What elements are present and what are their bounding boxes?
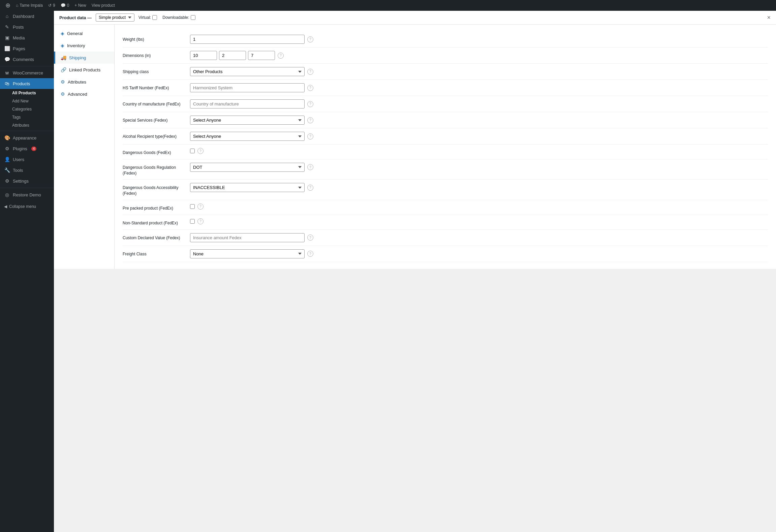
sidebar-sub-tags[interactable]: Tags	[0, 113, 54, 121]
sidebar-item-restore-demo[interactable]: ◎ Restore Demo	[0, 189, 54, 200]
shipping-class-row: Shipping class Other Products ?	[123, 64, 768, 80]
view-product-item[interactable]: View product	[89, 0, 118, 11]
sidebar-item-comments[interactable]: 💬 Comments	[0, 54, 54, 65]
shipping-class-label: Shipping class	[123, 67, 190, 75]
collapse-menu-button[interactable]: ◀ Collapse menu	[0, 200, 54, 213]
dangerous-goods-checkbox[interactable]	[190, 149, 195, 153]
inventory-tab-icon: ◈	[61, 43, 64, 48]
dangerous-reg-row: Dangerous Goods Regulation (Fedex) DOT ?	[123, 159, 768, 180]
non-standard-label: Non-Standard product (FedEx)	[123, 218, 190, 226]
dimensions-row: Dimensions (in) ?	[123, 48, 768, 64]
plugins-icon: ⚙	[4, 146, 10, 151]
weight-input[interactable]	[190, 35, 305, 44]
special-services-help-icon[interactable]: ?	[307, 117, 313, 123]
pre-packed-checkbox[interactable]	[190, 204, 195, 209]
wp-logo: ⊕	[3, 2, 13, 9]
sidebar-item-users[interactable]: 👤 Users	[0, 154, 54, 165]
revisions-item[interactable]: ↺ 9	[45, 0, 58, 11]
sidebar-item-tools[interactable]: 🔧 Tools	[0, 165, 54, 176]
dimension-l-input[interactable]	[190, 51, 217, 60]
country-control: ?	[190, 99, 768, 108]
country-help-icon[interactable]: ?	[307, 101, 313, 107]
topbar: ⊕ ⌂ Tame Impala ↺ 9 💬 0 + New View produ…	[0, 0, 776, 11]
freight-class-help-icon[interactable]: ?	[307, 251, 313, 257]
dangerous-access-select[interactable]: INACCESSIBLE	[190, 183, 305, 192]
sidebar-sub-all-products[interactable]: All Products	[0, 89, 54, 97]
non-standard-help-icon[interactable]: ?	[197, 218, 204, 224]
close-button[interactable]: ×	[767, 14, 771, 21]
weight-help-icon[interactable]: ?	[307, 36, 313, 42]
virtual-checkbox[interactable]	[152, 15, 157, 20]
sidebar-item-woocommerce[interactable]: W WooCommerce	[0, 68, 54, 78]
settings-icon: ⚙	[4, 178, 10, 184]
custom-declared-input[interactable]	[190, 233, 305, 242]
special-services-label: Special Services (Fedex)	[123, 116, 190, 123]
sidebar-item-products[interactable]: 🛍 Products	[0, 78, 54, 89]
pages-icon: ⬜	[4, 46, 10, 51]
country-label: Country of manufacture (FedEx)	[123, 99, 190, 107]
dangerous-access-help-icon[interactable]: ?	[307, 185, 313, 191]
product-type-select[interactable]: Simple product	[96, 13, 134, 22]
tab-advanced[interactable]: ⚙ Advanced	[54, 88, 114, 100]
special-services-control: Select Anyone ?	[190, 116, 768, 125]
advanced-tab-icon: ⚙	[61, 91, 65, 97]
country-input[interactable]	[190, 99, 305, 108]
dangerous-goods-label: Dangerous Goods (FedEx)	[123, 148, 190, 156]
sidebar-item-pages[interactable]: ⬜ Pages	[0, 43, 54, 54]
alcohol-row: Alcohal Recipient type(Fedex) Select Any…	[123, 128, 768, 145]
sidebar-item-media[interactable]: ▣ Media	[0, 32, 54, 43]
special-services-select[interactable]: Select Anyone	[190, 116, 305, 125]
sidebar-item-plugins[interactable]: ⚙ Plugins 4	[0, 143, 54, 154]
tab-shipping[interactable]: 🚚 Shipping	[54, 52, 114, 64]
comments-item[interactable]: 💬 0	[58, 0, 72, 11]
alcohol-select[interactable]: Select Anyone	[190, 132, 305, 141]
sidebar-item-posts[interactable]: ✎ Posts	[0, 22, 54, 32]
weight-label: Weight (lbs)	[123, 35, 190, 42]
hs-tariff-input[interactable]	[190, 83, 305, 92]
dangerous-goods-help-icon[interactable]: ?	[197, 148, 204, 154]
comments-icon: 💬	[61, 3, 66, 8]
custom-declared-help-icon[interactable]: ?	[307, 234, 313, 241]
sidebar-sub-add-new[interactable]: Add New	[0, 97, 54, 105]
sidebar-item-appearance[interactable]: 🎨 Appearance	[0, 132, 54, 143]
pre-packed-help-icon[interactable]: ?	[197, 204, 204, 210]
freight-class-select[interactable]: None	[190, 249, 305, 258]
tab-attributes[interactable]: ⚙ Attributes	[54, 76, 114, 88]
hs-tariff-help-icon[interactable]: ?	[307, 85, 313, 91]
media-icon: ▣	[4, 35, 10, 40]
freight-class-row: Freight Class None ?	[123, 246, 768, 262]
tab-linked-products[interactable]: 🔗 Linked Products	[54, 64, 114, 76]
downloadable-label[interactable]: Downloadable:	[162, 15, 195, 20]
weight-row: Weight (lbs) ?	[123, 31, 768, 48]
sidebar-sub-categories[interactable]: Categories	[0, 105, 54, 113]
shipping-class-help-icon[interactable]: ?	[307, 69, 313, 75]
dimensions-help-icon[interactable]: ?	[278, 53, 284, 59]
tab-general[interactable]: ◈ General	[54, 27, 114, 39]
alcohol-help-icon[interactable]: ?	[307, 133, 313, 139]
shipping-class-select[interactable]: Other Products	[190, 67, 305, 76]
shipping-class-control: Other Products ?	[190, 67, 768, 76]
freight-class-control: None ?	[190, 249, 768, 258]
sidebar-item-dashboard[interactable]: ⌂ Dashboard	[0, 11, 54, 22]
pre-packed-control: ?	[190, 204, 768, 210]
site-name[interactable]: ⌂ Tame Impala	[13, 0, 45, 11]
downloadable-checkbox[interactable]	[191, 15, 195, 20]
sidebar-item-settings[interactable]: ⚙ Settings	[0, 176, 54, 186]
hs-tariff-row: HS Tariff Number (FedEx) ?	[123, 80, 768, 96]
new-item[interactable]: + New	[72, 0, 89, 11]
tab-inventory[interactable]: ◈ Inventory	[54, 39, 114, 52]
comments-nav-icon: 💬	[4, 57, 10, 62]
users-icon: 👤	[4, 157, 10, 162]
dimension-w-input[interactable]	[219, 51, 246, 60]
custom-declared-row: Custom Declared Value (Fedex) ?	[123, 230, 768, 246]
sidebar-sub-attributes[interactable]: Attributes	[0, 121, 54, 129]
dangerous-reg-select[interactable]: DOT	[190, 163, 305, 172]
shipping-tab-icon: 🚚	[61, 55, 66, 60]
dimensions-control: ?	[190, 51, 768, 60]
virtual-label[interactable]: Virtual:	[138, 15, 157, 20]
non-standard-checkbox[interactable]	[190, 219, 195, 224]
form-area: Weight (lbs) ? Dimensions (in)	[115, 25, 776, 269]
alcohol-label: Alcohal Recipient type(Fedex)	[123, 132, 190, 139]
dangerous-reg-help-icon[interactable]: ?	[307, 164, 313, 170]
dimension-h-input[interactable]	[248, 51, 275, 60]
